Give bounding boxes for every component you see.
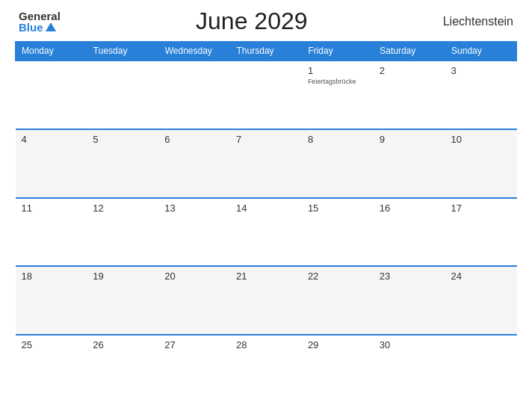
calendar-week-row: 11121314151617	[16, 198, 517, 267]
day-number: 29	[308, 339, 368, 350]
calendar-day-cell: 26	[87, 335, 158, 404]
calendar-day-cell: 15	[302, 198, 374, 267]
weekday-header: Friday	[302, 42, 374, 61]
calendar-day-cell	[158, 61, 230, 129]
weekday-header: Sunday	[445, 42, 517, 61]
calendar-day-cell: 21	[230, 266, 302, 335]
calendar-day-cell: 9	[374, 129, 445, 198]
day-number: 28	[236, 339, 296, 350]
country-label: Liechtenstein	[443, 15, 513, 28]
day-number: 1	[308, 65, 368, 76]
day-number: 3	[451, 65, 511, 76]
logo-general-text: General	[19, 10, 61, 22]
day-number: 22	[308, 271, 368, 282]
day-number: 26	[93, 339, 152, 350]
day-number: 5	[93, 134, 152, 145]
calendar-week-row: 252627282930	[16, 335, 517, 404]
day-number: 23	[380, 271, 439, 282]
calendar-week-row: 45678910	[16, 129, 517, 198]
weekday-header: Tuesday	[87, 42, 158, 61]
calendar-day-cell: 29	[302, 335, 374, 404]
calendar-day-cell: 2	[374, 61, 445, 129]
calendar-day-cell: 4	[16, 129, 87, 198]
weekday-header: Saturday	[374, 42, 445, 61]
day-number: 25	[22, 339, 81, 350]
calendar-day-cell	[16, 61, 87, 129]
calendar-day-cell: 30	[374, 335, 445, 404]
day-number: 15	[308, 203, 368, 214]
calendar-day-cell: 10	[445, 129, 517, 198]
logo-triangle-icon	[46, 22, 56, 31]
calendar-day-cell: 23	[374, 266, 445, 335]
day-number: 6	[164, 134, 224, 145]
calendar-day-cell: 14	[230, 198, 302, 267]
day-number: 9	[380, 134, 439, 145]
day-number: 8	[308, 134, 368, 145]
calendar-day-cell: 3	[445, 61, 517, 129]
calendar-day-cell: 12	[87, 198, 158, 267]
logo-blue-text: Blue	[19, 22, 61, 33]
calendar-day-cell	[445, 335, 517, 404]
day-number: 4	[22, 134, 81, 145]
day-number: 18	[22, 271, 81, 282]
day-number: 14	[236, 203, 296, 214]
day-number: 11	[22, 203, 81, 214]
calendar-title: June 2029	[196, 7, 307, 35]
calendar-day-cell: 17	[445, 198, 517, 267]
calendar-day-cell: 27	[158, 335, 230, 404]
calendar-day-cell: 8	[302, 129, 374, 198]
weekday-header: Thursday	[230, 42, 302, 61]
calendar-week-row: 1Feiertagsbrücke23	[16, 61, 517, 129]
calendar-week-row: 18192021222324	[16, 266, 517, 335]
day-number: 13	[164, 203, 224, 214]
day-number: 27	[164, 339, 224, 350]
day-number: 12	[93, 203, 152, 214]
day-number: 7	[236, 134, 296, 145]
calendar-day-cell: 19	[87, 266, 158, 335]
weekday-header: Monday	[16, 42, 87, 61]
logo: General Blue	[19, 10, 61, 33]
calendar-day-cell: 18	[16, 266, 87, 335]
day-number: 16	[380, 203, 439, 214]
day-number: 24	[451, 271, 511, 282]
weekday-header: Wednesday	[158, 42, 230, 61]
calendar-day-cell: 11	[16, 198, 87, 267]
calendar-day-cell	[87, 61, 158, 129]
calendar-day-cell: 25	[16, 335, 87, 404]
calendar-day-cell: 5	[87, 129, 158, 198]
day-number: 19	[93, 271, 152, 282]
day-number: 30	[380, 339, 439, 350]
calendar-table: MondayTuesdayWednesdayThursdayFridaySatu…	[15, 41, 517, 404]
day-number: 10	[451, 134, 511, 145]
event-label: Feiertagsbrücke	[308, 78, 368, 85]
calendar-header-row: MondayTuesdayWednesdayThursdayFridaySatu…	[16, 42, 517, 61]
calendar-day-cell: 7	[230, 129, 302, 198]
calendar-day-cell: 24	[445, 266, 517, 335]
calendar-day-cell: 6	[158, 129, 230, 198]
day-number: 21	[236, 271, 296, 282]
calendar-day-cell: 20	[158, 266, 230, 335]
calendar-day-cell: 1Feiertagsbrücke	[302, 61, 374, 129]
day-number: 17	[451, 203, 511, 214]
calendar-day-cell: 13	[158, 198, 230, 267]
calendar-day-cell: 16	[374, 198, 445, 267]
page-header: General Blue June 2029 Liechtenstein	[15, 7, 517, 35]
day-number: 2	[380, 65, 439, 76]
calendar-day-cell: 28	[230, 335, 302, 404]
calendar-day-cell	[230, 61, 302, 129]
calendar-day-cell: 22	[302, 266, 374, 335]
day-number: 20	[164, 271, 224, 282]
